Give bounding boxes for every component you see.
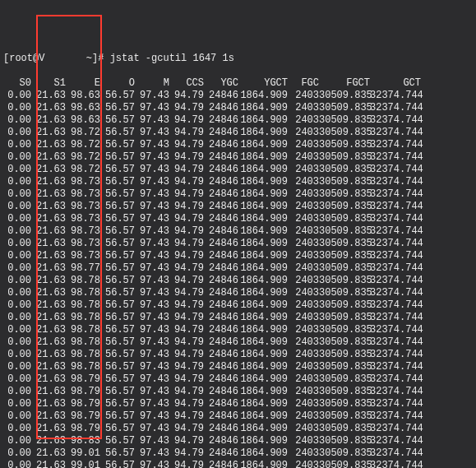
cell: 97.43 — [135, 114, 169, 127]
cell: 32374.744 — [370, 262, 421, 275]
cell: 94.79 — [169, 373, 204, 386]
cell: 97.43 — [135, 225, 169, 238]
table-row: 0.0021.6398.7956.5797.4394.79248461864.9… — [3, 398, 473, 410]
cell: 2403 — [288, 423, 319, 435]
cell: 21.63 — [31, 447, 66, 460]
cell: 1864.909 — [238, 349, 288, 361]
cell: 30509.835 — [319, 312, 370, 324]
cell: 98.79 — [66, 410, 100, 423]
cell: 1864.909 — [238, 386, 288, 398]
cell: 21.63 — [31, 90, 66, 102]
cell: 30509.835 — [319, 275, 370, 287]
cell: 98.83 — [66, 435, 100, 447]
cell: 24846 — [204, 410, 238, 423]
cell: 21.63 — [31, 275, 66, 287]
cell: 2403 — [288, 398, 319, 410]
cell: 98.79 — [66, 423, 100, 435]
cell: 0.00 — [3, 423, 31, 435]
cell: 2403 — [288, 188, 319, 201]
cell: 2403 — [288, 410, 319, 423]
cell: 2403 — [288, 114, 319, 127]
cell: 0.00 — [3, 386, 31, 398]
cell: 2403 — [288, 275, 319, 287]
cell: 21.63 — [31, 299, 66, 312]
cell: 24846 — [204, 312, 238, 324]
cell: 24846 — [204, 201, 238, 213]
cell: 97.43 — [135, 127, 169, 139]
cell: 2403 — [288, 90, 319, 102]
cell: 56.57 — [100, 176, 135, 188]
cell: 1864.909 — [238, 114, 288, 127]
cell: 97.43 — [135, 102, 169, 114]
cell: 0.00 — [3, 250, 31, 262]
command-text[interactable]: jstat -gcutil 1647 1s — [110, 53, 234, 64]
cell: 56.57 — [100, 386, 135, 398]
col-m: M — [135, 77, 169, 90]
cell: 2403 — [288, 201, 319, 213]
cell: 2403 — [288, 213, 319, 225]
cell: 0.00 — [3, 324, 31, 336]
cell: 21.63 — [31, 164, 66, 176]
cell: 2403 — [288, 164, 319, 176]
cell: 56.57 — [100, 262, 135, 275]
cell: 24846 — [204, 238, 238, 250]
table-row: 0.0021.6398.7956.5797.4394.79248461864.9… — [3, 410, 473, 423]
cell: 94.79 — [169, 275, 204, 287]
cell: 21.63 — [31, 176, 66, 188]
cell: 24846 — [204, 225, 238, 238]
cell: 2403 — [288, 299, 319, 312]
cell: 56.57 — [100, 336, 135, 349]
cell: 21.63 — [31, 287, 66, 299]
col-gct: GCT — [370, 77, 421, 90]
cell: 21.63 — [31, 460, 66, 468]
cell: 0.00 — [3, 435, 31, 447]
cell: 1864.909 — [238, 238, 288, 250]
prompt-left: [root@V — [3, 53, 44, 64]
table-row: 0.0021.6398.7856.5797.4394.79248461864.9… — [3, 324, 473, 336]
cell: 0.00 — [3, 361, 31, 373]
cell: 0.00 — [3, 151, 31, 164]
cell: 30509.835 — [319, 102, 370, 114]
cell: 98.63 — [66, 114, 100, 127]
cell: 0.00 — [3, 460, 31, 468]
cell: 1864.909 — [238, 460, 288, 468]
cell: 21.63 — [31, 324, 66, 336]
table-row: 0.0021.6398.7356.5797.4394.79248461864.9… — [3, 201, 473, 213]
cell: 97.43 — [135, 238, 169, 250]
cell: 98.79 — [66, 373, 100, 386]
cell: 24846 — [204, 398, 238, 410]
table-row: 0.0021.6398.7356.5797.4394.79248461864.9… — [3, 188, 473, 201]
cell: 30509.835 — [319, 250, 370, 262]
cell: 94.79 — [169, 250, 204, 262]
col-o: O — [100, 77, 135, 90]
cell: 94.79 — [169, 435, 204, 447]
cell: 32374.744 — [370, 127, 421, 139]
cell: 1864.909 — [238, 299, 288, 312]
cell: 1864.909 — [238, 410, 288, 423]
cell: 30509.835 — [319, 151, 370, 164]
cell: 56.57 — [100, 114, 135, 127]
cell: 21.63 — [31, 114, 66, 127]
cell: 24846 — [204, 460, 238, 468]
cell: 2403 — [288, 386, 319, 398]
cell: 24846 — [204, 164, 238, 176]
cell: 98.78 — [66, 287, 100, 299]
cell: 30509.835 — [319, 410, 370, 423]
cell: 2403 — [288, 447, 319, 460]
cell: 56.57 — [100, 238, 135, 250]
cell: 56.57 — [100, 447, 135, 460]
cell: 97.43 — [135, 164, 169, 176]
cell: 0.00 — [3, 447, 31, 460]
cell: 24846 — [204, 213, 238, 225]
cell: 94.79 — [169, 447, 204, 460]
cell: 94.79 — [169, 262, 204, 275]
cell: 94.79 — [169, 238, 204, 250]
cell: 94.79 — [169, 164, 204, 176]
cell: 97.43 — [135, 435, 169, 447]
cell: 56.57 — [100, 225, 135, 238]
cell: 0.00 — [3, 238, 31, 250]
cell: 0.00 — [3, 398, 31, 410]
cell: 56.57 — [100, 299, 135, 312]
col-e: E — [66, 77, 100, 90]
cell: 0.00 — [3, 127, 31, 139]
